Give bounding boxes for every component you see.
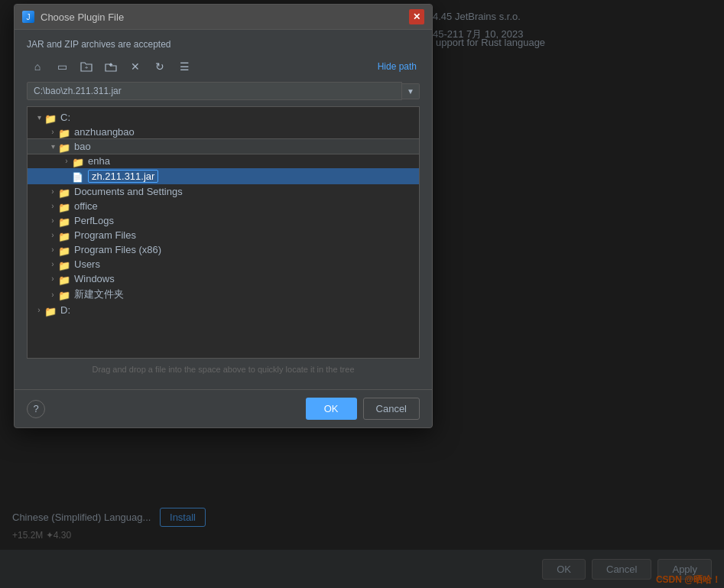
folder-icon-perflogs: 📁 xyxy=(58,216,70,226)
dialog-titlebar: J Choose Plugin File ✕ xyxy=(15,5,432,30)
chevron-documents xyxy=(47,187,58,196)
tree-label-perflogs: PerfLogs xyxy=(74,215,114,226)
tree-item-anzhuangbao[interactable]: 📁 anzhuangbao xyxy=(28,125,419,139)
dialog-footer: ? OK Cancel xyxy=(15,389,432,427)
folder-up-button[interactable] xyxy=(100,57,122,76)
chevron-windows xyxy=(47,275,58,283)
tree-label-users: Users xyxy=(74,258,100,270)
folder-icon-office: 📁 xyxy=(58,202,70,211)
tree-label-enha: enha xyxy=(88,155,110,167)
file-toolbar: ⌂ ▭ + ✕ ↻ ☰ Hide path xyxy=(27,57,420,76)
dialog-hint: JAR and ZIP archives are accepted xyxy=(27,39,420,50)
chevron-bao xyxy=(47,142,58,151)
new-folder-button[interactable]: + xyxy=(76,57,97,76)
tree-item-newdir[interactable]: 📁 新建文件夹 xyxy=(28,286,419,303)
tree-item-jar[interactable]: 📄 zh.211.311.jar xyxy=(28,168,419,184)
bookmarks-button[interactable]: ☰ xyxy=(174,57,195,76)
tree-item-bao[interactable]: 📁 bao xyxy=(28,139,419,154)
tree-label-windows: Windows xyxy=(74,273,115,284)
tree-label-bao: bao xyxy=(74,141,91,152)
choose-plugin-dialog: J Choose Plugin File ✕ JAR and ZIP archi… xyxy=(14,4,433,428)
chevron-newdir xyxy=(47,291,58,299)
folder-icon-c-drive: 📁 xyxy=(44,113,57,122)
tree-label-jar: zh.211.311.jar xyxy=(88,170,158,183)
dialog-body: JAR and ZIP archives are accepted ⌂ ▭ + … xyxy=(15,30,432,389)
tree-item-programfiles[interactable]: 📁 Program Files xyxy=(28,228,419,242)
cancel-button[interactable]: Cancel xyxy=(363,398,420,420)
drag-hint: Drag and drop a file into the space abov… xyxy=(27,359,420,380)
chevron-programfilesx86 xyxy=(47,245,58,254)
chevron-perflogs xyxy=(47,216,58,225)
tree-label-anzhuangbao: anzhuangbao xyxy=(74,126,135,138)
folder-icon-d-drive: 📁 xyxy=(44,306,57,315)
chevron-enha xyxy=(61,157,72,165)
tree-label-office: office xyxy=(74,200,98,212)
dialog-app-icon: J xyxy=(22,11,34,23)
footer-buttons: OK Cancel xyxy=(306,398,420,420)
folder-icon-enha: 📁 xyxy=(72,157,84,166)
path-input-row: ▼ xyxy=(27,82,420,100)
tree-item-c-drive[interactable]: 📁 C: xyxy=(28,110,419,125)
folder-icon-programfiles: 📁 xyxy=(58,231,70,240)
help-button[interactable]: ? xyxy=(27,400,45,418)
dialog-title: Choose Plugin File xyxy=(41,11,124,23)
tree-label-d-drive: D: xyxy=(60,304,70,316)
folder-icon-anzhuangbao: 📁 xyxy=(58,128,70,137)
tree-label-documents: Documents and Settings xyxy=(74,186,183,197)
chevron-d-drive xyxy=(34,306,44,314)
tree-label-programfiles: Program Files xyxy=(74,229,136,241)
folder-icon-windows: 📁 xyxy=(58,275,70,284)
file-tree[interactable]: 📁 C: 📁 anzhuangbao 📁 bao 📁 enha xyxy=(27,106,420,359)
jar-file-icon: 📄 xyxy=(72,172,84,181)
desktop-button[interactable]: ▭ xyxy=(51,57,73,76)
tree-item-documents[interactable]: 📁 Documents and Settings xyxy=(28,184,419,199)
tree-item-programfilesx86[interactable]: 📁 Program Files (x86) xyxy=(28,242,419,257)
delete-button[interactable]: ✕ xyxy=(125,57,146,76)
tree-item-office[interactable]: 📁 office xyxy=(28,199,419,213)
titlebar-left: J Choose Plugin File xyxy=(22,11,124,23)
folder-icon-programfilesx86: 📁 xyxy=(58,245,70,255)
home-button[interactable]: ⌂ xyxy=(27,57,48,76)
tree-item-enha[interactable]: 📁 enha xyxy=(28,154,419,168)
svg-text:+: + xyxy=(85,64,89,71)
tree-label-newdir: 新建文件夹 xyxy=(74,288,124,301)
chevron-programfiles xyxy=(47,231,58,239)
tree-label-programfilesx86: Program Files (x86) xyxy=(74,244,161,255)
tree-item-windows[interactable]: 📁 Windows xyxy=(28,271,419,286)
hide-path-button[interactable]: Hide path xyxy=(375,60,420,73)
path-input[interactable] xyxy=(27,82,402,100)
tree-label-c-drive: C: xyxy=(60,112,70,123)
folder-icon-documents: 📁 xyxy=(58,187,70,197)
folder-icon-users: 📁 xyxy=(58,260,70,269)
chevron-users xyxy=(47,260,58,268)
tree-item-d-drive[interactable]: 📁 D: xyxy=(28,303,419,317)
dialog-close-button[interactable]: ✕ xyxy=(409,9,424,24)
path-dropdown-button[interactable]: ▼ xyxy=(402,83,420,99)
folder-icon-bao: 📁 xyxy=(58,142,70,151)
chevron-office xyxy=(47,202,58,210)
chevron-c-drive xyxy=(34,113,44,122)
ok-button[interactable]: OK xyxy=(306,398,357,420)
folder-icon-newdir: 📁 xyxy=(58,290,70,299)
refresh-button[interactable]: ↻ xyxy=(149,57,170,76)
tree-item-users[interactable]: 📁 Users xyxy=(28,257,419,271)
tree-item-perflogs[interactable]: 📁 PerfLogs xyxy=(28,213,419,228)
chevron-anzhuangbao xyxy=(47,128,58,136)
